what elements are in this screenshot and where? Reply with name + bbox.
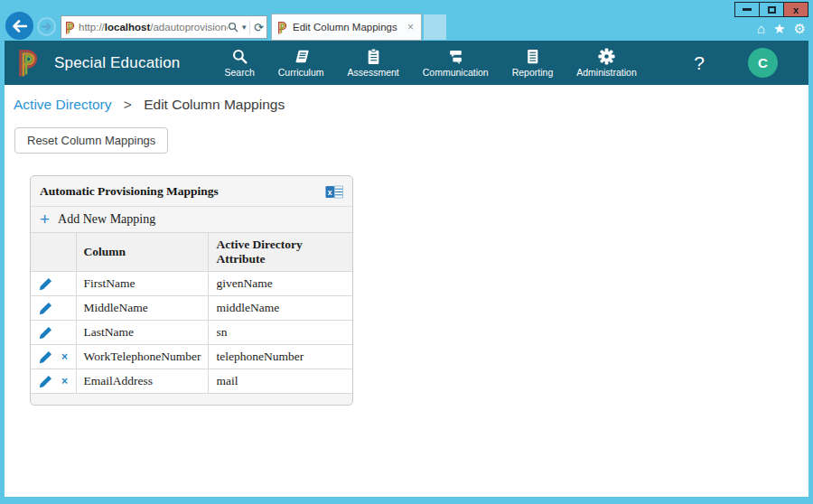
nav-item-assessment[interactable]: Assessment: [336, 48, 411, 78]
mappings-panel: Automatic Provisioning Mappings x + Add …: [30, 175, 353, 406]
address-bar[interactable]: http://localhost/adautoprovisionedit ▼ ⟳: [61, 15, 267, 39]
communication-icon: [447, 48, 464, 65]
close-icon: x: [793, 5, 799, 15]
tab-close-icon[interactable]: ×: [406, 21, 416, 33]
nav-item-communication[interactable]: Communication: [411, 48, 500, 78]
breadcrumb-separator: >: [124, 97, 132, 112]
edit-icon[interactable]: [39, 302, 52, 315]
reset-column-mappings-button[interactable]: Reset Column Mappings: [14, 127, 168, 154]
minimize-icon: [743, 8, 752, 11]
excel-icon: x: [325, 185, 343, 199]
back-arrow-icon: [12, 20, 27, 33]
edit-icon[interactable]: [39, 350, 52, 364]
app-logo-icon: [17, 48, 41, 78]
close-button[interactable]: x: [783, 2, 808, 17]
forward-button[interactable]: [37, 17, 56, 36]
maximize-icon: [768, 6, 776, 14]
app-title: Special Education: [54, 54, 181, 72]
window-controls: x: [735, 2, 808, 17]
refresh-icon[interactable]: ⟳: [249, 21, 264, 34]
nav-item-reporting[interactable]: Reporting: [500, 48, 565, 78]
table-header-row: Column Active Directory Attribute: [31, 233, 352, 272]
table-row: LastName sn: [31, 321, 352, 345]
user-avatar[interactable]: C: [748, 48, 778, 78]
gear-icon: [598, 48, 615, 65]
title-bar[interactable]: x http://localhost/adautoprovisionedit: [5, 0, 808, 41]
table-row: × WorkTelephoneNumber telephoneNumber: [31, 345, 352, 369]
home-icon[interactable]: ⌂: [757, 21, 765, 37]
panel-title: Automatic Provisioning Mappings: [40, 184, 219, 199]
search-url-icon[interactable]: [228, 22, 238, 33]
page-title: Edit Column Mappings: [144, 97, 285, 112]
browser-window: x http://localhost/adautoprovisionedit: [0, 0, 813, 504]
add-icon: +: [40, 213, 50, 226]
search-icon: [231, 48, 248, 65]
forward-arrow-icon: [42, 23, 51, 31]
attribute-header: Active Directory Attribute: [209, 233, 352, 272]
breadcrumb-link-active-directory[interactable]: Active Directory: [14, 97, 112, 112]
nav-item-search[interactable]: Search: [213, 48, 266, 78]
settings-icon[interactable]: ⚙: [794, 21, 806, 37]
favorites-icon[interactable]: ★: [773, 21, 785, 37]
edit-icon[interactable]: [39, 326, 52, 340]
minimize-button[interactable]: [734, 2, 760, 17]
table-row: × EmailAddress mail: [31, 369, 352, 394]
site-favicon: [65, 21, 76, 34]
help-icon[interactable]: ?: [694, 52, 705, 74]
actions-column-header: [31, 233, 76, 272]
clipboard-icon: [365, 48, 382, 65]
main-nav: Search Curriculum: [213, 48, 649, 78]
tab-title: Edit Column Mappings: [293, 22, 406, 33]
mappings-table: Column Active Directory Attribute FirstN…: [31, 232, 352, 394]
maximize-button[interactable]: [759, 2, 784, 17]
tab-favicon: [277, 21, 288, 34]
add-new-mapping-link[interactable]: + Add New Mapping: [31, 206, 352, 232]
url-text: http://localhost/adautoprovisionedit: [79, 22, 228, 33]
page-content: Active Directory > Edit Column Mappings …: [5, 85, 808, 497]
book-icon: [293, 48, 310, 65]
table-row: FirstName givenName: [31, 272, 352, 296]
edit-icon[interactable]: [39, 375, 52, 388]
export-excel-button[interactable]: x: [325, 185, 343, 199]
back-button[interactable]: [5, 12, 33, 40]
browser-tab[interactable]: Edit Column Mappings ×: [271, 14, 422, 41]
svg-text:x: x: [328, 187, 332, 196]
app-header: Special Education Search: [5, 41, 808, 85]
nav-item-administration[interactable]: Administration: [565, 48, 649, 78]
table-row: MiddleName middleName: [31, 296, 352, 321]
edit-icon[interactable]: [39, 277, 52, 291]
address-dropdown-icon[interactable]: ▼: [240, 23, 248, 32]
delete-icon[interactable]: ×: [61, 351, 68, 362]
delete-icon[interactable]: ×: [61, 376, 68, 387]
report-icon: [524, 48, 541, 65]
new-tab-button[interactable]: [424, 14, 446, 40]
column-header: Column: [76, 233, 209, 272]
breadcrumb: Active Directory > Edit Column Mappings: [5, 85, 808, 123]
nav-item-curriculum[interactable]: Curriculum: [266, 48, 336, 78]
